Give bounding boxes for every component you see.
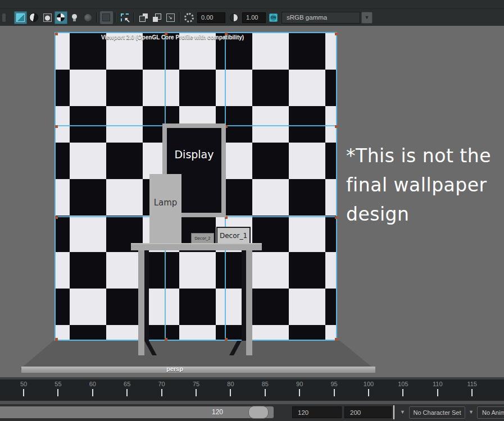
timeline-tick-mark bbox=[368, 389, 369, 396]
anim-layer-selector[interactable]: No Anim bbox=[477, 406, 504, 419]
annotation-line-3: design bbox=[346, 200, 503, 229]
timeline-tick-mark bbox=[126, 389, 128, 396]
character-set-menu-arrow[interactable]: ▼ bbox=[400, 409, 405, 415]
toolbar-separator bbox=[115, 12, 116, 22]
toolbar-separator bbox=[179, 12, 180, 22]
wall-vertex-marker bbox=[335, 33, 338, 35]
timeline-tick-mark bbox=[437, 389, 438, 396]
toolbar-icon-row: 0.00 1.00 ON sRGB gamma ▼ bbox=[0, 10, 373, 25]
toolbar-separator bbox=[96, 12, 98, 22]
isolate-select-icon-glyph bbox=[166, 13, 175, 22]
exposure-field[interactable]: 0.00 bbox=[197, 12, 225, 23]
timeline-tick-mark bbox=[471, 389, 473, 396]
annotation-text: *This is not the final wallpaper design bbox=[346, 141, 503, 229]
timeline-tick-mark bbox=[402, 389, 403, 396]
floor-front-edge bbox=[21, 367, 375, 373]
textured-sphere-icon[interactable] bbox=[55, 11, 67, 24]
timeline-tick-mark bbox=[265, 389, 266, 396]
shade-sphere-icon[interactable] bbox=[28, 11, 40, 24]
decor2-object[interactable]: Decor_2 bbox=[191, 233, 214, 244]
viewport-toolbar: 0.00 1.00 ON sRGB gamma ▼ bbox=[0, 0, 504, 27]
layered-view-icon[interactable] bbox=[151, 11, 164, 24]
wall-vertex-marker bbox=[55, 33, 58, 35]
gamma-field[interactable]: 1.00 bbox=[242, 12, 266, 23]
shade-sphere-icon-glyph bbox=[29, 13, 38, 22]
character-set-selector[interactable]: No Character Set bbox=[409, 406, 465, 419]
shadows-icon[interactable] bbox=[81, 11, 94, 24]
timeline-frame-label: 60 bbox=[81, 381, 104, 387]
smooth-shade-icon-glyph bbox=[16, 13, 25, 22]
textured-cube-icon[interactable] bbox=[41, 11, 54, 24]
timeline-frame-label: 95 bbox=[323, 381, 346, 387]
viewport-canvas[interactable]: Viewport 2.0 (OpenGL Core Profile with c… bbox=[0, 26, 504, 377]
wall-vertex-marker bbox=[55, 125, 58, 128]
exposure-icon-glyph bbox=[184, 13, 194, 22]
on-toggle-glyph: ON bbox=[270, 15, 276, 21]
timeline-frame-label: 85 bbox=[254, 381, 276, 387]
textured-cube-icon-glyph bbox=[43, 13, 52, 22]
playback-range-slider[interactable] bbox=[0, 406, 274, 418]
range-end-label: 120 bbox=[212, 408, 223, 416]
select-tool-icon-glyph bbox=[121, 13, 129, 21]
table-leg-right[interactable] bbox=[246, 250, 252, 355]
floor-plane[interactable] bbox=[20, 341, 375, 369]
gamma-icon[interactable] bbox=[228, 11, 240, 24]
exposure-icon[interactable] bbox=[183, 11, 196, 24]
annotation-line-1: *This is not the bbox=[346, 141, 503, 171]
timeline-tick-mark bbox=[57, 389, 58, 396]
timeline-tick-mark bbox=[299, 389, 300, 396]
annotation-line-2: final wallpaper bbox=[346, 171, 503, 200]
timeline-tick-mark bbox=[92, 389, 93, 396]
timeline-frame-label: 90 bbox=[288, 381, 311, 387]
duplicate-view-icon[interactable] bbox=[137, 11, 150, 24]
timeline-frame-label: 80 bbox=[219, 381, 242, 387]
table-leg-right-shaded bbox=[242, 250, 246, 341]
lighting-icon[interactable] bbox=[68, 11, 81, 24]
wall-vertex-marker bbox=[55, 216, 58, 219]
timeline-tick-mark bbox=[23, 389, 24, 396]
timeline-frame-label: 65 bbox=[116, 381, 138, 387]
toolbar-separator bbox=[133, 12, 135, 22]
timeline-frame-label: 50 bbox=[12, 381, 35, 387]
timeline-frame-label: 70 bbox=[151, 381, 173, 387]
partial-icon[interactable] bbox=[1, 11, 13, 24]
animation-start-field[interactable]: 120 bbox=[292, 406, 342, 418]
timeline-frame-label: 75 bbox=[185, 381, 207, 387]
isolate-select-icon[interactable] bbox=[164, 11, 177, 24]
timeline-tick-mark bbox=[334, 389, 335, 396]
toolbar-seam bbox=[0, 8, 504, 9]
camera-name-label: persp bbox=[166, 365, 183, 372]
range-slider-handle[interactable] bbox=[248, 406, 269, 419]
timeline-frame-label: 100 bbox=[357, 381, 380, 387]
partial-icon-glyph bbox=[2, 13, 6, 22]
color-management-toggle[interactable]: ON bbox=[269, 13, 278, 22]
wall-vertex-marker bbox=[165, 338, 167, 341]
timeline-frame-label: 115 bbox=[461, 381, 483, 387]
select-tool-icon[interactable] bbox=[119, 11, 131, 24]
lighting-icon-glyph bbox=[72, 14, 77, 19]
smooth-shade-icon[interactable] bbox=[14, 11, 27, 24]
time-slider[interactable]: 50556065707580859095100105110115 bbox=[0, 379, 504, 401]
timeline-frame-label: 55 bbox=[47, 381, 69, 387]
table-top[interactable] bbox=[131, 243, 262, 250]
table-leg-left-shaded bbox=[144, 250, 149, 341]
timeline-tick-mark bbox=[196, 389, 197, 396]
playback-speed-handle[interactable] bbox=[393, 405, 394, 419]
wall-vertex-marker bbox=[335, 338, 338, 341]
default-material-icon-glyph bbox=[102, 13, 110, 21]
viewport-renderer-label: Viewport 2.0 (OpenGL Core Profile with c… bbox=[101, 34, 244, 40]
colorspace-dropdown-arrow[interactable]: ▼ bbox=[361, 12, 373, 24]
timeline-tick-mark bbox=[230, 389, 231, 396]
timeline-frame-label: 105 bbox=[392, 381, 414, 387]
wall-vertex-marker bbox=[55, 338, 58, 341]
shadows-icon-glyph bbox=[84, 14, 92, 21]
textured-sphere-icon-glyph bbox=[57, 13, 65, 21]
anim-layer-menu-arrow[interactable]: ▼ bbox=[469, 409, 474, 415]
animation-end-field[interactable]: 200 bbox=[344, 406, 392, 418]
default-material-icon[interactable] bbox=[100, 11, 113, 24]
timeline-frame-label: 110 bbox=[426, 381, 449, 387]
table-leg-left[interactable] bbox=[138, 250, 144, 355]
colorspace-dropdown[interactable]: sRGB gamma bbox=[281, 12, 360, 24]
lamp-object[interactable]: Lamp bbox=[149, 174, 181, 243]
layered-view-icon-glyph bbox=[153, 13, 161, 22]
